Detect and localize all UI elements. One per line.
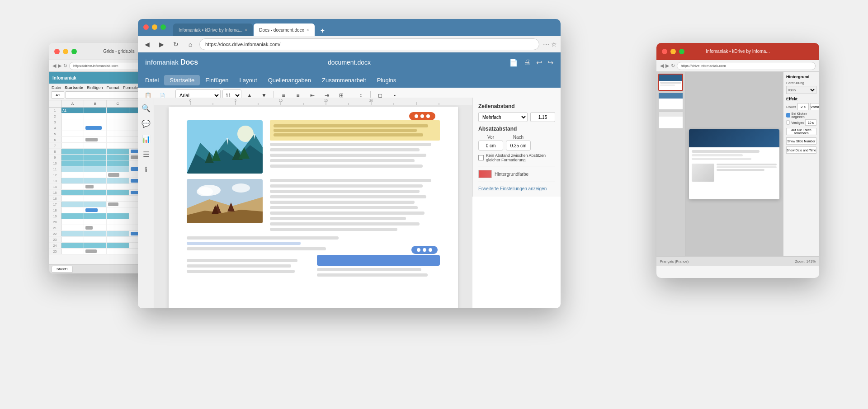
- browser-tab-2-active[interactable]: Docs - document.docx ×: [254, 24, 314, 36]
- sheet-tab-1[interactable]: Sheet1: [52, 266, 73, 273]
- sidebar-track-icon[interactable]: 📊: [139, 132, 153, 146]
- minimize-button-spreadsheet[interactable]: [63, 49, 68, 54]
- verdigen-label: Verdigen: [791, 121, 804, 124]
- sidebar-comment-icon[interactable]: 💬: [139, 117, 153, 130]
- before-label: Vor: [487, 135, 494, 140]
- presentation-title-bar: Infomaniak • kDrive by Infoma...: [656, 43, 819, 60]
- verdigen-input[interactable]: [805, 119, 816, 126]
- menu-formule-ss[interactable]: Formule: [123, 85, 138, 90]
- sidebar-info-icon[interactable]: ℹ: [139, 163, 153, 176]
- address-bar-input[interactable]: [199, 38, 539, 50]
- menu-startseite[interactable]: Startseite: [164, 75, 200, 85]
- minimize-button-docs[interactable]: [152, 24, 157, 30]
- text-line-14: [270, 222, 420, 226]
- browser-tab-1[interactable]: Infomaniak • kDrive by Infoma... ×: [173, 24, 253, 36]
- menu-startseite-ss[interactable]: Startseite: [65, 85, 83, 90]
- doc-image-2: [187, 179, 263, 223]
- doc-image-1: [187, 120, 263, 174]
- checkbox-verdigen[interactable]: [786, 120, 790, 125]
- presentation-title: Infomaniak • kDrive by Infoma...: [706, 49, 769, 54]
- blue-button-placeholder[interactable]: [317, 255, 440, 266]
- print-icon[interactable]: 🖨: [524, 58, 531, 66]
- after-value-input[interactable]: [506, 141, 531, 150]
- menu-datei[interactable]: Datei: [140, 75, 164, 85]
- chat-bubble-orange-1[interactable]: [409, 112, 435, 120]
- menu-layout[interactable]: Layout: [234, 75, 263, 85]
- undo-icon[interactable]: ↩: [536, 58, 542, 67]
- sidebar-search-icon[interactable]: 🔍: [139, 101, 153, 115]
- presentation-url[interactable]: https://drive.infomaniak.com: [677, 62, 816, 70]
- close-button-spreadsheet[interactable]: [54, 49, 60, 54]
- highlight-line-1: [274, 124, 428, 127]
- fullscreen-button-spreadsheet[interactable]: [71, 49, 77, 54]
- nav-icons-group: ⋯ ☆: [543, 41, 557, 48]
- line-spacing-type-select[interactable]: Mehrfach: [478, 112, 528, 122]
- text-line-18: [187, 247, 326, 250]
- panel-kein-select[interactable]: Kein: [786, 86, 816, 94]
- presentation-address-bar: ◀ ▶ ↻ https://drive.infomaniak.com: [656, 60, 819, 72]
- docs-menubar: Datei Startseite Einfügen Layout Quellen…: [138, 72, 561, 88]
- redo-icon[interactable]: ↪: [547, 58, 553, 67]
- bookmark-icon[interactable]: ⋯: [543, 41, 549, 48]
- cell-reference-input[interactable]: A1: [52, 91, 64, 99]
- fullscreen-button-docs[interactable]: [160, 24, 166, 30]
- auf-alle-button[interactable]: Auf alle Folien anwenden: [786, 128, 816, 135]
- presentation-main: Hintergrund Farbfüllung Kein Effekt Daue…: [656, 72, 819, 256]
- advanced-settings-link[interactable]: Erweiterte Einstellungen anzeigen: [478, 186, 547, 191]
- star-icon[interactable]: ☆: [551, 41, 557, 48]
- ruler-svg: 0 5 10 15 20: [154, 98, 472, 105]
- text-line-5: [270, 165, 423, 168]
- menu-quellenangaben[interactable]: Quellenangaben: [263, 75, 316, 85]
- background-color-swatch[interactable]: [478, 170, 492, 178]
- panel-divider-2: [478, 182, 555, 182]
- menu-einfuegen-ss[interactable]: Einfügen: [87, 85, 103, 90]
- no-spacing-checkbox[interactable]: [478, 155, 484, 160]
- show-date-time-button[interactable]: Show Date and Time: [786, 146, 816, 154]
- show-slide-number-button[interactable]: Show Slide Number: [786, 137, 816, 145]
- vorheftig-input[interactable]: [810, 103, 819, 110]
- reload-button[interactable]: ↻: [170, 39, 181, 50]
- new-tab-button[interactable]: +: [317, 25, 328, 36]
- line-spacing-value-input[interactable]: [530, 112, 555, 122]
- doc-text-2: [270, 179, 440, 231]
- text-line-6: [270, 179, 431, 182]
- home-button[interactable]: ⌂: [185, 39, 196, 50]
- slide-thumb-3[interactable]: [658, 112, 683, 129]
- browser-tabs-container: Infomaniak • kDrive by Infoma... × Docs …: [173, 24, 328, 36]
- sidebar-list-icon[interactable]: ☰: [139, 147, 153, 161]
- doc-row-bottom: [187, 255, 440, 277]
- text-line-13: [270, 217, 406, 220]
- panel-after-group: Nach: [506, 135, 531, 150]
- menu-zusammenarbeit[interactable]: Zusammenarbeit: [316, 75, 372, 85]
- menu-plugins[interactable]: Plugins: [372, 75, 402, 85]
- menu-datei-ss[interactable]: Datei: [52, 85, 61, 90]
- docs-window: Infomaniak • kDrive by Infoma... × Docs …: [138, 19, 561, 308]
- paragraph-panel: Zeilenabstand Mehrfach Absatzabstand Vor…: [472, 98, 561, 197]
- slide-thumb-active[interactable]: [658, 74, 683, 91]
- doc-row-1: [187, 120, 440, 174]
- minimize-button-presentation[interactable]: [670, 49, 676, 54]
- docs-page: [169, 107, 458, 308]
- chat-bubble-blue[interactable]: [411, 246, 438, 254]
- menu-format-ss[interactable]: Format: [107, 85, 120, 90]
- close-button-docs[interactable]: [143, 24, 149, 30]
- close-button-presentation[interactable]: [662, 49, 667, 54]
- file-icon[interactable]: 📄: [509, 58, 518, 67]
- highlight-line-3: [274, 133, 423, 136]
- back-button[interactable]: ◀: [142, 39, 152, 50]
- before-value-input[interactable]: [478, 141, 503, 150]
- presentation-language: Français (France): [660, 259, 689, 263]
- checkbox-bei-klicken[interactable]: [786, 113, 790, 118]
- bei-klicken-label: Bei Klicken beginnen: [792, 112, 816, 118]
- blue-dot-2: [423, 248, 426, 252]
- logo-docs: Docs: [180, 58, 198, 66]
- text-line-12: [270, 212, 425, 215]
- doc-text-bottom-left: [187, 259, 310, 273]
- dauer-input[interactable]: [797, 103, 809, 110]
- slide-thumb-2[interactable]: [658, 93, 683, 110]
- bottom-right-line-2: [317, 273, 428, 277]
- menu-einfuegen[interactable]: Einfügen: [200, 75, 234, 85]
- forward-button[interactable]: ▶: [156, 39, 167, 50]
- chat-dot-2: [420, 114, 424, 118]
- fullscreen-button-presentation[interactable]: [679, 49, 684, 54]
